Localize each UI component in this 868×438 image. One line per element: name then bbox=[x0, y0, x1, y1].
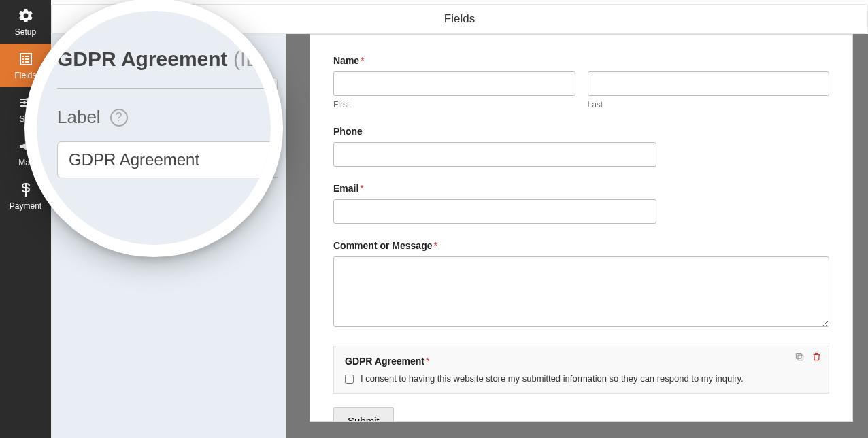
phone-field: Phone bbox=[333, 126, 656, 167]
page-title: Fields bbox=[444, 12, 475, 26]
required-asterisk: * bbox=[433, 240, 437, 251]
label-input[interactable] bbox=[57, 141, 283, 178]
magnifier: s ⌄ GDPR Agreement (ID Label ? bbox=[24, 0, 283, 257]
form-preview: Name* First Last Phone Email* Comment or… bbox=[310, 34, 853, 422]
submit-button[interactable]: Submit bbox=[333, 407, 394, 422]
phone-label: Phone bbox=[333, 126, 363, 137]
first-name-input[interactable] bbox=[333, 71, 575, 96]
svg-rect-3 bbox=[798, 355, 803, 360]
email-label: Email bbox=[333, 183, 358, 194]
field-title: GDPR Agreement (ID bbox=[57, 48, 283, 71]
consent-checkbox[interactable] bbox=[345, 375, 354, 384]
comment-textarea[interactable] bbox=[333, 256, 829, 327]
help-icon[interactable]: ? bbox=[110, 109, 128, 127]
trash-icon[interactable] bbox=[812, 352, 822, 364]
name-label: Name bbox=[333, 55, 359, 66]
list-icon bbox=[17, 50, 35, 68]
nav-setup[interactable]: Setup bbox=[0, 0, 51, 44]
label-heading-row: Label ? bbox=[57, 107, 283, 128]
duplicate-icon[interactable] bbox=[795, 352, 805, 364]
gdpr-label: GDPR Agreement bbox=[345, 356, 424, 367]
email-field: Email* bbox=[333, 183, 656, 224]
svg-point-1 bbox=[23, 101, 26, 104]
svg-rect-4 bbox=[797, 354, 802, 359]
nav-fields-label: Fields bbox=[14, 71, 36, 80]
label-heading: Label bbox=[57, 107, 101, 128]
nav-payments-label: Payment bbox=[10, 201, 41, 211]
consent-row[interactable]: I consent to having this website store m… bbox=[345, 373, 818, 384]
phone-input[interactable] bbox=[333, 142, 656, 167]
gear-icon bbox=[17, 7, 35, 24]
comment-field: Comment or Message* bbox=[333, 240, 829, 329]
email-input[interactable] bbox=[333, 199, 656, 224]
consent-text: I consent to having this website store m… bbox=[361, 373, 744, 384]
nav-setup-label: Setup bbox=[15, 27, 36, 37]
required-asterisk: * bbox=[426, 356, 429, 367]
dollar-icon bbox=[17, 181, 35, 199]
first-sublabel: First bbox=[333, 100, 575, 110]
gdpr-field[interactable]: GDPR Agreement* I consent to having this… bbox=[333, 346, 829, 394]
comment-label: Comment or Message bbox=[333, 240, 432, 251]
last-name-input[interactable] bbox=[588, 71, 830, 96]
last-sublabel: Last bbox=[588, 100, 830, 110]
required-asterisk: * bbox=[361, 55, 364, 66]
required-asterisk: * bbox=[360, 183, 363, 194]
name-field: Name* First Last bbox=[333, 55, 829, 110]
